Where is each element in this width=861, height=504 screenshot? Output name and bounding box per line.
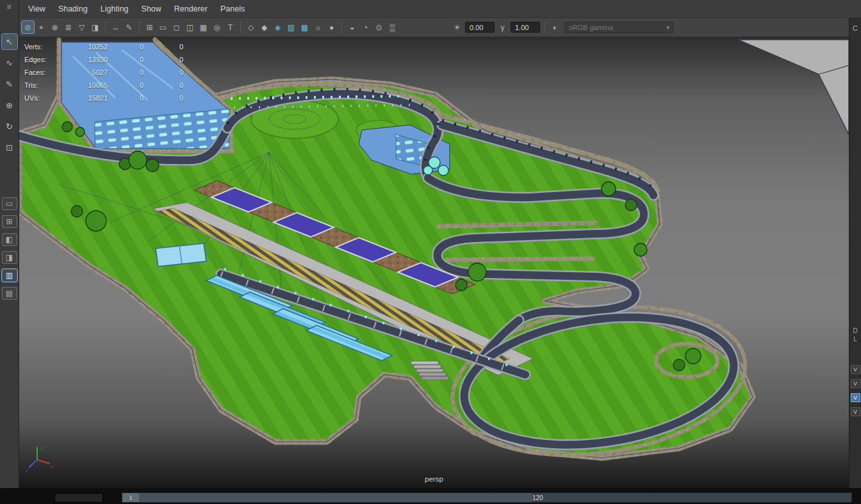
range-slider[interactable]: 1 120 bbox=[122, 492, 852, 503]
toolbar-separator bbox=[240, 22, 241, 33]
toolbar-separator bbox=[105, 22, 106, 33]
isolate-select-icon[interactable]: ⊙ bbox=[373, 21, 385, 33]
right-tab-display[interactable]: D bbox=[853, 327, 857, 335]
single-pane-layout-icon[interactable]: ▭ bbox=[2, 197, 17, 210]
toolbar-separator bbox=[139, 22, 140, 33]
textured-checker-icon[interactable]: ▩ bbox=[299, 21, 311, 33]
channel-box-label[interactable]: C bbox=[853, 24, 858, 32]
layer-visibility-toggle[interactable]: V bbox=[851, 379, 860, 388]
motion-blur-icon[interactable]: ◔ bbox=[359, 21, 372, 33]
toolbar-separator bbox=[341, 22, 342, 33]
hud-stat-row: Faces: 5027 0 0 bbox=[24, 66, 183, 79]
viewport-renderer-icon[interactable]: ⊘ bbox=[22, 21, 34, 33]
exposure-field[interactable]: 0.00 bbox=[465, 22, 495, 33]
toolbox-layouts: ▭⊞◧◨▥▤ bbox=[2, 192, 17, 300]
safe-action-icon[interactable]: ◎ bbox=[211, 21, 223, 33]
gate-mask-icon[interactable]: ◫ bbox=[184, 21, 196, 33]
lasso-tool-icon[interactable]: ∿ bbox=[2, 55, 17, 70]
view-transform-dropdown[interactable]: sRGB gamma ▾ bbox=[564, 22, 673, 33]
toolbox-sidebar: ≡ ↖∿✎⊕↻⊡ ▭⊞◧◨▥▤ bbox=[0, 0, 19, 492]
range-slider-active-region bbox=[122, 493, 532, 502]
layer-visibility-toggle[interactable]: V bbox=[851, 365, 860, 374]
four-pane-layout-icon[interactable]: ⊞ bbox=[2, 215, 17, 228]
occlusion-icon[interactable]: ◒ bbox=[346, 21, 358, 33]
hud-stat-label: UVs: bbox=[24, 94, 62, 102]
current-frame-field[interactable] bbox=[54, 493, 103, 503]
hypershade-layout-icon[interactable]: ▥ bbox=[2, 269, 17, 282]
menu-renderer[interactable]: Renderer bbox=[168, 0, 214, 18]
select-camera-icon[interactable]: ⌖ bbox=[35, 21, 47, 33]
hud-stat-label: Verts: bbox=[24, 43, 62, 51]
axis-y-label: y bbox=[40, 445, 43, 451]
hud-stat-row: UVs: 15821 0 0 bbox=[24, 92, 183, 104]
field-chart-icon[interactable]: ▦ bbox=[197, 21, 209, 33]
menu-view[interactable]: View bbox=[22, 0, 52, 18]
select-tool-icon[interactable]: ↖ bbox=[2, 34, 17, 49]
layer-visibility-toggle[interactable]: V bbox=[851, 393, 860, 402]
view-axis-gizmo: y x z bbox=[24, 442, 55, 473]
camera-attributes-icon[interactable]: ≣ bbox=[62, 21, 74, 33]
maya-window: ≡ ↖∿✎⊕↻⊡ ▭⊞◧◨▥▤ ViewShadingLightingShowR… bbox=[0, 0, 861, 504]
toolbox-tools: ↖∿✎⊕↻⊡ bbox=[2, 28, 17, 155]
hud-stat-row: Verts: 10252 0 0 bbox=[24, 40, 183, 53]
shadows-icon[interactable]: ● bbox=[325, 21, 338, 33]
right-tab-layers[interactable]: L bbox=[853, 335, 857, 343]
viewport-scene[interactable] bbox=[19, 37, 849, 488]
material-override-icon[interactable]: ▨ bbox=[285, 21, 297, 33]
chevron-down-icon: ▾ bbox=[666, 24, 673, 31]
paint-select-tool-icon[interactable]: ✎ bbox=[2, 76, 17, 92]
gamma-field[interactable]: 1.00 bbox=[511, 22, 540, 33]
persp-graph-layout-icon[interactable]: ◨ bbox=[2, 251, 17, 264]
view-transform-icon[interactable]: ◐ bbox=[549, 21, 561, 33]
hud-stat-value: 15821 bbox=[62, 94, 108, 102]
persp-outliner-layout-icon[interactable]: ◧ bbox=[2, 233, 17, 246]
hud-stat-label: Faces: bbox=[24, 69, 62, 76]
image-plane-icon[interactable]: ◨ bbox=[89, 21, 101, 33]
axis-x-label: x bbox=[51, 464, 53, 469]
lights-icon[interactable]: ☼ bbox=[312, 21, 324, 33]
timeline-bar: 1 120 bbox=[0, 488, 861, 504]
view-transform-label: sRGB gamma bbox=[565, 24, 613, 31]
shaded-cube-icon[interactable]: ◆ bbox=[258, 21, 270, 33]
move-tool-icon[interactable]: ⊕ bbox=[2, 97, 17, 113]
hud-stat-col3: 0 bbox=[144, 81, 183, 89]
resolution-gate-icon[interactable]: ◻ bbox=[170, 21, 183, 33]
lock-camera-icon[interactable]: ⊗ bbox=[49, 21, 61, 33]
outliner-layout-icon[interactable]: ▤ bbox=[2, 287, 17, 300]
gamma-icon[interactable]: γ bbox=[496, 21, 509, 33]
toolbar-separator bbox=[545, 22, 545, 33]
viewport-toolbar: ⊘⌖⊗≣▽◨ ↔✎ ⊞▭◻◫▦◎T ◇◆◈▨▩☼● ◒◔⊙▒ ☀ 0.00 γ … bbox=[19, 18, 849, 37]
grease-pencil-icon[interactable]: ✎ bbox=[123, 21, 135, 33]
rotate-tool-icon[interactable]: ↻ bbox=[2, 118, 17, 134]
layer-visibility-toggle[interactable]: V bbox=[851, 407, 860, 416]
safe-title-icon[interactable]: T bbox=[224, 21, 236, 33]
axis-z-label: z bbox=[26, 467, 28, 473]
menu-lighting[interactable]: Lighting bbox=[94, 0, 135, 18]
channel-box-collapsed-strip: C DL VVVV bbox=[849, 18, 861, 492]
bookmark-icon[interactable]: ▽ bbox=[76, 21, 88, 33]
environment-ground-plane[interactable] bbox=[738, 40, 849, 134]
toolbox-grip-icon[interactable]: ≡ bbox=[6, 3, 12, 12]
textured-cube-icon[interactable]: ◈ bbox=[272, 21, 284, 33]
hud-stat-label: Tris: bbox=[24, 81, 62, 89]
pan-zoom-icon[interactable]: ↔ bbox=[110, 21, 122, 33]
hud-stat-col2: 0 bbox=[108, 56, 144, 63]
range-end-label: 120 bbox=[532, 494, 543, 501]
menu-show[interactable]: Show bbox=[135, 0, 168, 18]
exposure-icon[interactable]: ☀ bbox=[451, 21, 463, 33]
hud-stat-col2: 0 bbox=[108, 69, 144, 76]
hud-stat-row: Tris: 10065 0 0 bbox=[24, 79, 183, 92]
range-start-handle[interactable]: 1 bbox=[122, 493, 139, 502]
perspective-viewport[interactable]: Verts: 10252 0 0 Edges: 13930 0 0 Faces:… bbox=[19, 37, 849, 488]
grid-icon[interactable]: ⊞ bbox=[144, 21, 156, 33]
menu-panels[interactable]: Panels bbox=[214, 0, 251, 18]
wireframe-cube-icon[interactable]: ◇ bbox=[245, 21, 257, 33]
film-gate-icon[interactable]: ▭ bbox=[157, 21, 169, 33]
xray-icon[interactable]: ▒ bbox=[386, 21, 398, 33]
hud-stat-row: Edges: 13930 0 0 bbox=[24, 53, 183, 66]
hud-stat-col3: 0 bbox=[144, 69, 183, 76]
hud-stat-col3: 0 bbox=[144, 43, 183, 51]
hud-stat-col2: 0 bbox=[108, 81, 144, 89]
scale-tool-icon[interactable]: ⊡ bbox=[2, 140, 17, 155]
menu-shading[interactable]: Shading bbox=[52, 0, 94, 18]
